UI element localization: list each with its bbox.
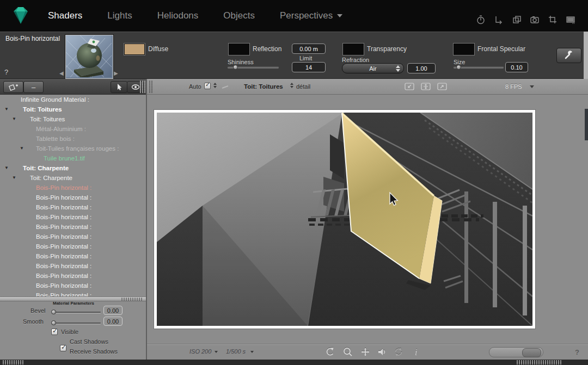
toolbar-grip[interactable] (139, 81, 146, 93)
top-nav-bar: ShadersLightsHeliodonsObjectsPerspective… (0, 0, 588, 32)
tree-item[interactable]: Bois-Pin horizontal : (0, 232, 147, 242)
disclosure-triangle-icon[interactable]: ▼ (4, 163, 9, 173)
smooth-slider-knob[interactable] (51, 320, 56, 325)
shutter-caret[interactable] (250, 351, 254, 353)
tab-shaders[interactable]: Shaders (48, 10, 82, 21)
disclosure-triangle-icon[interactable]: ▼ (12, 173, 16, 183)
bevel-value-field[interactable]: 0.00 (103, 306, 122, 315)
render-quality-slider[interactable] (489, 347, 543, 357)
bevel-slider-knob[interactable] (51, 310, 56, 314)
smooth-slider[interactable] (52, 323, 101, 324)
viewport-topbar-grip[interactable] (149, 81, 154, 93)
shininess-value-field[interactable]: 14 (292, 62, 326, 72)
undo-icon[interactable] (324, 347, 335, 357)
limit-label: Limit (299, 55, 312, 61)
help-button-gray[interactable]: ? (575, 348, 579, 356)
cast-shadows-checkbox[interactable]: ✓ (60, 345, 66, 351)
tree-item[interactable]: Tablette bois : (0, 134, 147, 144)
iso-setting[interactable]: ISO 200 (189, 348, 211, 355)
zoom-icon[interactable] (342, 347, 353, 357)
tab-objects[interactable]: Objects (223, 10, 255, 21)
axes-icon[interactable] (493, 14, 504, 25)
tab-lights[interactable]: Lights (107, 10, 132, 21)
window-enlarge-icon[interactable] (437, 83, 447, 91)
shininess-slider-knob[interactable] (233, 65, 238, 70)
bottom-right-grip[interactable] (516, 360, 562, 364)
diffuse-color-swatch[interactable] (124, 44, 145, 55)
tree-item[interactable]: Infinite Ground Material : (0, 95, 147, 104)
reflection-color-swatch[interactable] (229, 44, 249, 55)
disclosure-triangle-icon[interactable]: ▼ (20, 144, 24, 153)
tree-item[interactable]: Bois-Pin horizontal : (0, 281, 147, 290)
info-icon[interactable]: i (411, 347, 421, 357)
prev-shader-arrow[interactable]: ◀ (59, 70, 64, 76)
smooth-value-field[interactable]: 0.00 (103, 317, 122, 326)
tab-label: Objects (223, 10, 255, 21)
shutter-setting[interactable]: 1/500 s (226, 348, 246, 355)
auto-checkbox[interactable]: ✓ (204, 83, 211, 89)
transparency-color-swatch[interactable] (343, 44, 364, 55)
tree-item[interactable]: ▼Toit: Charpente (0, 163, 147, 173)
tree-item[interactable]: Bois-Pin horizontal : (0, 251, 147, 261)
tree-item[interactable]: Bois-Pin horizontal : (0, 202, 147, 212)
reflection-limit-field[interactable]: 0.00 m (292, 44, 326, 54)
divider-grip[interactable] (121, 298, 143, 301)
visible-checkbox[interactable]: ✓ (51, 329, 58, 335)
tree-item[interactable]: ▼Toit: Toitures (0, 114, 147, 124)
auto-stepper[interactable] (213, 83, 217, 88)
tree-item[interactable]: Tuile brune1.tif (0, 153, 147, 163)
display-icon[interactable] (565, 14, 576, 25)
app-logo-gem-icon (11, 5, 30, 27)
refraction-index-field[interactable]: 1.00 (407, 63, 436, 73)
tree-item-label: Bois-Pin horizontal : (36, 214, 91, 220)
fps-dropdown-caret[interactable] (530, 85, 534, 88)
duplicate-icon[interactable] (511, 14, 522, 25)
refresh-icon[interactable] (393, 347, 404, 357)
remove-shader-button[interactable]: – (23, 81, 44, 93)
frontal-specular-color-swatch[interactable] (454, 44, 474, 55)
tab-heliodons[interactable]: Heliodons (157, 10, 199, 21)
disclosure-triangle-icon[interactable]: ▼ (4, 104, 9, 114)
shader-preview[interactable] (65, 35, 113, 79)
tree-item[interactable]: ▼Toit-Tuiles françaises rouges : (0, 144, 147, 153)
next-shader-arrow[interactable]: ▶ (114, 70, 118, 76)
camera-icon[interactable] (529, 14, 540, 25)
tree-item[interactable]: Bois-Pin horizontal : (0, 290, 147, 296)
link-icon[interactable] (221, 84, 230, 90)
window-collapse-icon[interactable] (405, 83, 414, 91)
size-value-field[interactable]: 0.10 (505, 62, 528, 72)
window-expand-icon[interactable] (421, 83, 431, 91)
pan-icon[interactable] (360, 347, 371, 357)
advanced-settings-button[interactable] (556, 48, 581, 63)
tree-item[interactable]: ▼Toit: Charpente (0, 173, 147, 183)
chevron-down-icon[interactable] (337, 14, 342, 17)
tree-item[interactable]: Bois-Pin horizontal : (0, 242, 147, 251)
cast-shadows-label: Cast Shadows (70, 338, 108, 345)
tree-item[interactable]: Bois-Pin horizontal : (0, 212, 147, 222)
refraction-medium-dropdown[interactable]: Air (342, 63, 404, 73)
crop-icon[interactable] (547, 14, 558, 25)
tree-item[interactable]: Bois-Pin horizontal : (0, 222, 147, 232)
refraction-stepper[interactable] (396, 65, 400, 72)
bevel-slider[interactable] (52, 312, 101, 313)
help-button-dark[interactable]: ? (4, 68, 8, 76)
size-slider-knob[interactable] (456, 65, 461, 70)
pick-cursor-button[interactable] (111, 81, 127, 93)
tree-item[interactable]: Bois-Pin horizontal : (0, 183, 147, 193)
detail-stepper[interactable] (290, 83, 293, 88)
add-shader-button[interactable] (3, 81, 23, 93)
tree-item[interactable]: Bois-Pin horizontal : (0, 271, 147, 281)
tree-item[interactable]: ▼Toit: Toitures (0, 104, 147, 114)
tree-item[interactable]: Bois-Pin horizontal : (0, 193, 147, 202)
speaker-icon[interactable] (377, 347, 388, 357)
tree-item[interactable]: Métal-Aluminium : (0, 124, 147, 134)
timer-icon[interactable] (475, 14, 486, 25)
application-window: ShadersLightsHeliodonsObjectsPerspective… (0, 0, 588, 365)
bottom-left-grip[interactable] (2, 360, 24, 364)
iso-caret[interactable] (215, 351, 218, 353)
tab-perspectives[interactable]: Perspectives (280, 10, 342, 21)
disclosure-triangle-icon[interactable]: ▼ (12, 114, 16, 124)
panel-divider[interactable] (146, 79, 147, 360)
render-quality-slider-thumb[interactable] (522, 348, 541, 357)
tree-item[interactable]: Bois-Pin horizontal : (0, 261, 147, 271)
